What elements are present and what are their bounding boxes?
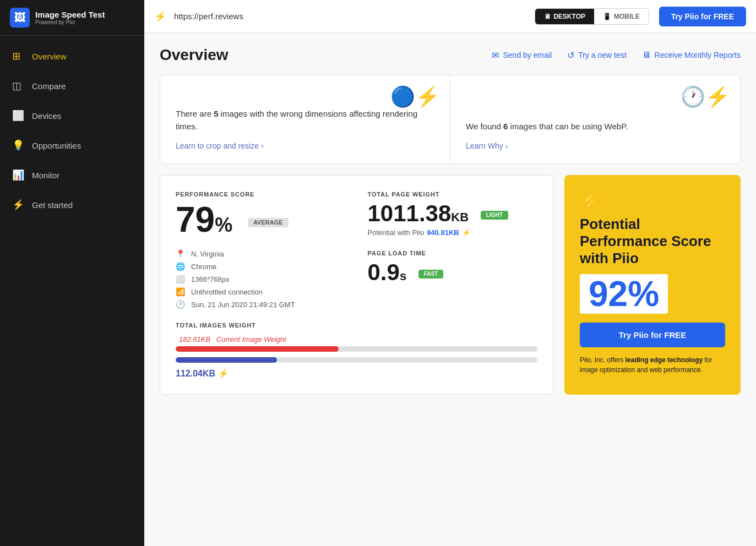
location-icon: 📍 xyxy=(176,249,186,258)
sidebar-label-opportunities: Opportunities xyxy=(32,141,81,150)
sidebar: 🖼 Image Speed Test Powered by Piio ⊞ Ove… xyxy=(0,0,144,546)
compare-icon: ◫ xyxy=(12,80,24,92)
try-piio-button[interactable]: Try Piio for FREE xyxy=(659,7,746,26)
device-toggle: 🖥 DESKTOP 📱 MOBILE xyxy=(535,8,649,25)
desktop-button[interactable]: 🖥 DESKTOP xyxy=(535,9,594,24)
meta-connection: 📶 Unthrottled connection xyxy=(176,287,346,296)
piio-bolt-icon2: ⚡ xyxy=(218,368,229,379)
resolution-text: 1366*768px xyxy=(191,275,229,283)
weight-piio: Potential with Piio 940.81KB ⚡ xyxy=(368,228,538,237)
image-weight-section: TOTAL IMAGES WEIGHT 182.61KB Current Ima… xyxy=(176,322,537,379)
send-email-action[interactable]: ✉ Send by email xyxy=(492,50,552,61)
mobile-icon: 📱 xyxy=(603,13,611,20)
url-display: https://perf.reviews xyxy=(174,12,529,21)
monthly-label: Receive Monthly Reports xyxy=(655,51,741,59)
sidebar-label-compare: Compare xyxy=(32,81,66,91)
current-weight-bar-track xyxy=(176,346,537,352)
meta-datetime: 🕐 Sun, 21 Jun 2020 21:49:21 GMT xyxy=(176,300,346,309)
datetime-text: Sun, 21 Jun 2020 21:49:21 GMT xyxy=(191,301,295,309)
webp-text: We found 6 images that can be using WebP… xyxy=(466,121,725,133)
opportunities-icon: 💡 xyxy=(12,139,24,151)
topbar: ⚡ https://perf.reviews 🖥 DESKTOP 📱 MOBIL… xyxy=(144,0,756,33)
logo-subtitle: Powered by Piio xyxy=(35,19,105,25)
new-test-action[interactable]: ↺ Try a new test xyxy=(567,50,626,61)
page-content: Overview ✉ Send by email ↺ Try a new tes… xyxy=(144,33,756,546)
dimensions-count: 5 xyxy=(214,109,218,118)
resolution-icon: ⬜ xyxy=(176,275,186,283)
sidebar-label-devices: Devices xyxy=(32,111,61,121)
learn-why-link[interactable]: Learn Why › xyxy=(466,141,725,150)
current-weight: 182.61KB Current Image Weight xyxy=(176,334,537,344)
piio-cta-button[interactable]: Try Piio for FREE xyxy=(580,323,725,347)
connection-text: Unthrottled connection xyxy=(191,288,263,296)
browser-text: Chrome xyxy=(191,263,216,271)
dimensions-text: There are 5 images with the wrong dimens… xyxy=(176,108,434,133)
monitor-icon: 📊 xyxy=(12,169,24,181)
crop-resize-label: Learn to crop and resize xyxy=(176,141,259,150)
sidebar-item-opportunities[interactable]: 💡 Opportunities xyxy=(0,130,144,160)
sidebar-item-monitor[interactable]: 📊 Monitor xyxy=(0,160,144,190)
weight-label: TOTAL PAGE WEIGHT xyxy=(368,191,538,198)
datetime-icon: 🕐 xyxy=(176,300,186,309)
overview-icon: ⊞ xyxy=(12,50,24,62)
sidebar-item-get-started[interactable]: ⚡ Get started xyxy=(0,190,144,220)
logo-icon: 🖼 xyxy=(10,8,30,28)
get-started-icon: ⚡ xyxy=(12,199,24,211)
learn-why-label: Learn Why xyxy=(466,141,503,150)
stats-main-panel: PERFORMANCE SCORE 79% AVERAGE 📍 N. Virgi… xyxy=(160,175,553,395)
load-label: PAGE LOAD TIME xyxy=(368,250,538,256)
meta-browser: 🌐 Chrome xyxy=(176,262,346,271)
page-header: Overview ✉ Send by email ↺ Try a new tes… xyxy=(160,46,741,64)
sidebar-item-compare[interactable]: ◫ Compare xyxy=(0,71,144,101)
stats-grid: PERFORMANCE SCORE 79% AVERAGE 📍 N. Virgi… xyxy=(176,191,537,309)
meta-list: 📍 N. Virginia 🌐 Chrome ⬜ 1366*768px xyxy=(176,249,346,309)
load-value: 0.9s FAST xyxy=(368,261,538,284)
arrow-right-icon2: › xyxy=(505,141,508,150)
performance-score-block: PERFORMANCE SCORE 79% AVERAGE 📍 N. Virgi… xyxy=(176,191,346,309)
weight-value: 1011.38KB LIGHT xyxy=(368,202,538,225)
dimensions-icon: 🔵⚡ xyxy=(390,85,440,108)
piio-promo-headline: Potential Performance Score with Piio xyxy=(580,216,725,267)
stats-row: PERFORMANCE SCORE 79% AVERAGE 📍 N. Virgi… xyxy=(160,175,741,395)
load-badge: FAST xyxy=(418,270,444,279)
piio-bolt-icon: ⚡ xyxy=(462,228,471,237)
weight-load-block: TOTAL PAGE WEIGHT 1011.38KB LIGHT Potent… xyxy=(368,191,538,309)
piio-weight: 112.04KB ⚡ xyxy=(176,368,537,379)
sidebar-label-get-started: Get started xyxy=(32,200,73,210)
piio-weight-bar-fill xyxy=(176,357,277,363)
url-icon: ⚡ xyxy=(154,10,166,23)
desktop-icon: 🖥 xyxy=(544,13,551,20)
arrow-right-icon: › xyxy=(261,141,264,150)
monitor-icon: 🖥 xyxy=(642,50,651,60)
header-actions: ✉ Send by email ↺ Try a new test 🖥 Recei… xyxy=(492,50,741,61)
sidebar-item-overview[interactable]: ⊞ Overview xyxy=(0,41,144,71)
logo: 🖼 Image Speed Test Powered by Piio xyxy=(0,0,144,36)
mobile-button[interactable]: 📱 MOBILE xyxy=(594,9,649,24)
piio-weight-bar-track xyxy=(176,357,537,363)
desktop-label: DESKTOP xyxy=(553,13,585,20)
piio-promo-score: 92% xyxy=(580,274,668,314)
current-weight-label: Current Image Weight xyxy=(216,335,286,343)
sidebar-label-monitor: Monitor xyxy=(32,171,59,180)
refresh-icon: ↺ xyxy=(567,50,574,61)
sidebar-label-overview: Overview xyxy=(32,52,67,61)
crop-resize-link[interactable]: Learn to crop and resize › xyxy=(176,141,434,150)
logo-title: Image Speed Test xyxy=(35,10,105,19)
main-content: ⚡ https://perf.reviews 🖥 DESKTOP 📱 MOBIL… xyxy=(144,0,756,546)
send-email-label: Send by email xyxy=(503,51,552,59)
webp-card: 🕐⚡ We found 6 images that can be using W… xyxy=(450,75,740,163)
webp-icon: 🕐⚡ xyxy=(681,85,730,108)
piio-promo-panel: ⚡ Potential Performance Score with Piio … xyxy=(564,175,741,395)
score-badge: AVERAGE xyxy=(248,218,289,227)
weight-badge: LIGHT xyxy=(481,211,508,220)
meta-location: 📍 N. Virginia xyxy=(176,249,346,258)
new-test-label: Try a new test xyxy=(578,51,626,59)
location-text: N. Virginia xyxy=(191,250,224,258)
perf-score-value: 79% AVERAGE xyxy=(176,202,346,237)
sidebar-item-devices[interactable]: ⬜ Devices xyxy=(0,101,144,130)
image-weight-label: TOTAL IMAGES WEIGHT xyxy=(176,322,537,329)
current-weight-bar-fill xyxy=(176,346,339,352)
piio-promo-icon: ⚡ xyxy=(580,190,602,211)
browser-icon: 🌐 xyxy=(176,262,186,271)
monthly-reports-action[interactable]: 🖥 Receive Monthly Reports xyxy=(642,50,741,60)
